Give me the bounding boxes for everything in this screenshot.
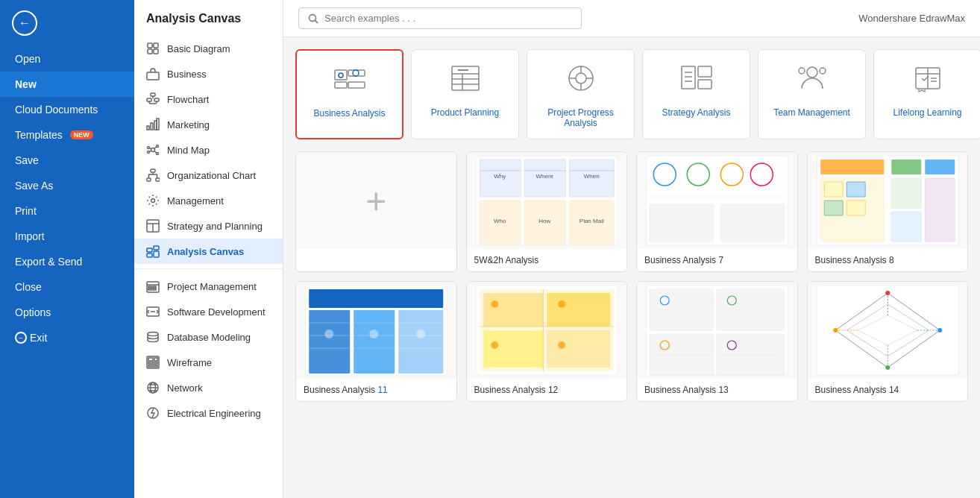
svg-point-78 bbox=[807, 67, 817, 78]
template-ba7[interactable]: Business Analysis 7 bbox=[636, 151, 798, 272]
category-team-management[interactable]: Team Management bbox=[758, 49, 866, 139]
database-icon bbox=[146, 330, 160, 344]
svg-rect-147 bbox=[547, 330, 610, 368]
back-button[interactable]: ← bbox=[0, 0, 134, 46]
flowchart-icon bbox=[146, 92, 160, 106]
ba7-thumb bbox=[637, 152, 797, 249]
svg-rect-122 bbox=[891, 178, 921, 208]
svg-point-151 bbox=[558, 300, 565, 308]
middle-item-database[interactable]: Database Modeling bbox=[134, 324, 283, 350]
sidebar-item-open[interactable]: Open bbox=[0, 46, 134, 72]
template-ba12[interactable]: Business Analysis 12 bbox=[466, 281, 628, 402]
sidebar-item-export[interactable]: Export & Send bbox=[0, 249, 134, 274]
template-new-card[interactable]: + bbox=[295, 151, 457, 272]
main-content: Wondershare EdrawMax Business Analysis bbox=[283, 0, 980, 498]
sa-card-icon bbox=[679, 60, 714, 101]
sidebar-item-close[interactable]: Close bbox=[0, 274, 134, 300]
svg-text:Who: Who bbox=[494, 218, 506, 224]
search-box[interactable] bbox=[298, 7, 582, 29]
middle-label-business: Business bbox=[167, 69, 207, 80]
template-ba11[interactable]: Business Analysis 11 bbox=[295, 281, 457, 402]
category-project-progress[interactable]: Project Progress Analysis bbox=[527, 49, 635, 139]
middle-item-strategy[interactable]: Strategy and Planning bbox=[134, 213, 283, 239]
template-ba13-name: Business Analysis 13 bbox=[637, 379, 797, 401]
svg-point-138 bbox=[324, 330, 333, 338]
template-ba14[interactable]: Business Analysis 14 bbox=[807, 281, 969, 402]
svg-text:When: When bbox=[583, 173, 599, 180]
category-sa-label: Strategy Analysis bbox=[662, 107, 730, 118]
middle-item-flowchart[interactable]: Flowchart bbox=[134, 86, 283, 112]
sidebar-label-cloud: Cloud Documents bbox=[15, 104, 98, 116]
middle-item-orgchart[interactable]: Organizational Chart bbox=[134, 163, 283, 188]
business-icon bbox=[146, 67, 160, 81]
category-tm-label: Team Management bbox=[773, 107, 850, 118]
middle-item-wireframe[interactable]: Wireframe bbox=[134, 350, 283, 375]
sidebar-item-save-as[interactable]: Save As bbox=[0, 173, 134, 198]
svg-rect-74 bbox=[698, 80, 712, 89]
middle-item-network[interactable]: Network bbox=[134, 375, 283, 400]
svg-rect-124 bbox=[925, 178, 955, 242]
svg-rect-146 bbox=[483, 330, 543, 368]
middle-item-pm[interactable]: Project Management bbox=[134, 274, 283, 299]
template-5w2h[interactable]: Why Where When Who How Plan Mail 5W&2h A… bbox=[466, 151, 628, 272]
svg-line-20 bbox=[150, 151, 152, 152]
templates-area: Business Analysis Product Planning bbox=[283, 37, 980, 498]
svg-rect-159 bbox=[717, 334, 784, 375]
category-business-analysis[interactable]: Business Analysis bbox=[295, 49, 403, 139]
electrical-icon bbox=[146, 406, 160, 420]
middle-item-software[interactable]: Software Development bbox=[134, 299, 283, 324]
svg-rect-126 bbox=[846, 182, 865, 197]
svg-rect-44 bbox=[148, 362, 157, 364]
mindmap-icon bbox=[146, 143, 160, 157]
category-strategy-analysis[interactable]: Strategy Analysis bbox=[642, 49, 750, 139]
middle-label-strategy: Strategy and Planning bbox=[167, 221, 263, 232]
middle-label-network: Network bbox=[167, 382, 203, 394]
sidebar-item-import[interactable]: Import bbox=[0, 224, 134, 249]
template-ba8[interactable]: Business Analysis 8 bbox=[807, 151, 969, 272]
middle-item-management[interactable]: Management bbox=[134, 188, 283, 213]
svg-rect-29 bbox=[154, 246, 159, 250]
sidebar-item-templates[interactable]: Templates NEW bbox=[0, 122, 134, 148]
ba14-svg bbox=[808, 282, 968, 379]
plus-icon: + bbox=[365, 180, 386, 221]
ll-card-icon bbox=[910, 60, 946, 101]
svg-point-79 bbox=[820, 68, 826, 74]
template-ba13[interactable]: Business Analysis 13 bbox=[636, 281, 798, 402]
svg-rect-43 bbox=[154, 358, 157, 361]
svg-point-59 bbox=[339, 73, 343, 78]
sidebar-label-export: Export & Send bbox=[15, 256, 82, 268]
svg-point-13 bbox=[157, 145, 159, 148]
sidebar-label-save-as: Save As bbox=[15, 180, 53, 192]
svg-rect-131 bbox=[309, 289, 443, 308]
category-pp-label: Product Planning bbox=[431, 107, 499, 118]
sidebar-item-exit[interactable]: − Exit bbox=[0, 325, 134, 350]
middle-item-basic[interactable]: Basic Diagram bbox=[134, 36, 283, 61]
category-product-planning[interactable]: Product Planning bbox=[411, 49, 519, 139]
middle-label-pm: Project Management bbox=[167, 281, 257, 292]
search-icon bbox=[308, 13, 318, 24]
svg-text:How: How bbox=[538, 218, 550, 224]
sidebar-item-cloud[interactable]: Cloud Documents bbox=[0, 97, 134, 122]
ba11-thumb bbox=[296, 282, 456, 379]
middle-item-marketing[interactable]: Marketing bbox=[134, 112, 283, 137]
management-icon bbox=[146, 194, 160, 207]
category-lifelong-learning[interactable]: Lifelong Learning bbox=[873, 49, 980, 139]
sidebar-label-new: New bbox=[15, 78, 37, 90]
svg-line-53 bbox=[315, 20, 318, 23]
sidebar-item-print[interactable]: Print bbox=[0, 198, 134, 224]
middle-item-mindmap[interactable]: Mind Map bbox=[134, 137, 283, 163]
template-5w2h-name: 5W&2h Analysis bbox=[467, 249, 627, 271]
svg-rect-134 bbox=[398, 310, 443, 374]
middle-item-business[interactable]: Business bbox=[134, 61, 283, 86]
middle-item-analysis[interactable]: Analysis Canvas bbox=[134, 239, 283, 264]
sidebar-item-new[interactable]: New bbox=[0, 72, 134, 97]
svg-point-140 bbox=[416, 330, 425, 338]
sidebar-item-options[interactable]: Options bbox=[0, 300, 134, 325]
sidebar-item-save[interactable]: Save bbox=[0, 148, 134, 173]
search-input[interactable] bbox=[324, 13, 572, 24]
svg-point-152 bbox=[491, 341, 498, 349]
middle-item-electrical[interactable]: Electrical Engineering bbox=[134, 400, 283, 426]
svg-point-40 bbox=[148, 332, 158, 336]
category-ll-label: Lifelong Learning bbox=[893, 107, 961, 118]
middle-label-wireframe: Wireframe bbox=[167, 357, 212, 368]
